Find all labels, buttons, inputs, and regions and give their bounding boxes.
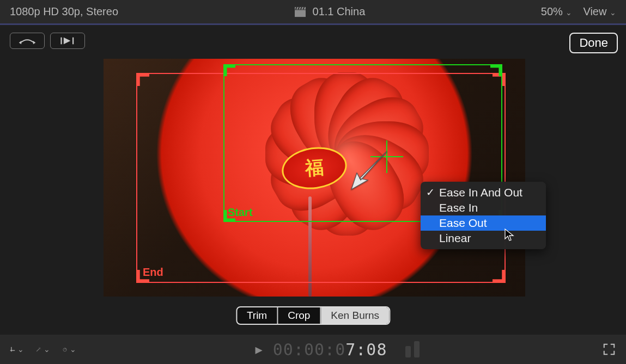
svg-rect-11 <box>11 347 11 351</box>
clip-name: 01.1 China <box>313 5 366 18</box>
svg-point-15 <box>39 347 39 348</box>
svg-rect-12 <box>10 350 15 351</box>
viewer[interactable]: 福 End Start <box>104 59 525 297</box>
menu-item-ease-in-and-out[interactable]: Ease In And Out <box>421 185 546 200</box>
retime-tool-dropdown[interactable]: ⌄ <box>62 342 76 356</box>
transform-tool-dropdown[interactable]: ⌄ <box>10 342 24 356</box>
clapperboard-icon <box>294 7 306 17</box>
crop-mode-segmented-control: Trim Crop Ken Burns <box>236 306 390 325</box>
segment-trim[interactable]: Trim <box>237 307 278 324</box>
audio-meter-icon <box>405 341 423 357</box>
viewer-bottom-bar: ⌄ ⌄ ⌄ ▶ 00:00:07:08 <box>0 335 626 364</box>
svg-point-13 <box>40 348 40 348</box>
view-menu-dropdown[interactable]: View ⌄ <box>583 5 616 18</box>
segment-crop[interactable]: Crop <box>278 307 321 324</box>
chevron-down-icon: ⌄ <box>70 345 76 354</box>
svg-point-14 <box>40 349 41 349</box>
chevron-down-icon: ⌄ <box>44 345 50 354</box>
menu-item-ease-out[interactable]: Ease Out <box>421 215 546 231</box>
svg-rect-8 <box>60 38 62 45</box>
viewer-top-bar: 1080p HD 30p, Stereo 01.1 China 50% ⌄ Vi… <box>0 0 626 25</box>
svg-marker-9 <box>64 38 71 45</box>
project-spec: 1080p HD 30p, Stereo <box>10 5 118 18</box>
easing-context-menu: Ease In And Out Ease In Ease Out Linear <box>421 182 546 249</box>
svg-rect-0 <box>295 10 306 17</box>
menu-item-ease-in[interactable]: Ease In <box>421 200 546 215</box>
fullscreen-icon[interactable] <box>602 342 616 356</box>
done-button[interactable]: Done <box>569 33 618 53</box>
chevron-down-icon: ⌄ <box>610 8 616 17</box>
svg-marker-6 <box>19 41 22 44</box>
timecode-display: ▶ 00:00:07:08 <box>256 340 423 359</box>
swap-start-end-button[interactable] <box>10 33 45 49</box>
segment-ken-burns[interactable]: Ken Burns <box>321 307 389 324</box>
zoom-level-dropdown[interactable]: 50% ⌄ <box>541 5 573 18</box>
preview-play-button[interactable] <box>50 33 85 49</box>
svg-rect-10 <box>72 38 74 45</box>
clip-preview-image: 福 <box>104 59 525 297</box>
svg-marker-7 <box>33 41 36 44</box>
play-icon[interactable]: ▶ <box>256 343 263 356</box>
chevron-down-icon: ⌄ <box>566 8 572 17</box>
menu-item-linear[interactable]: Linear <box>421 231 546 246</box>
chevron-down-icon: ⌄ <box>17 345 24 354</box>
enhance-tool-dropdown[interactable]: ⌄ <box>36 342 50 356</box>
